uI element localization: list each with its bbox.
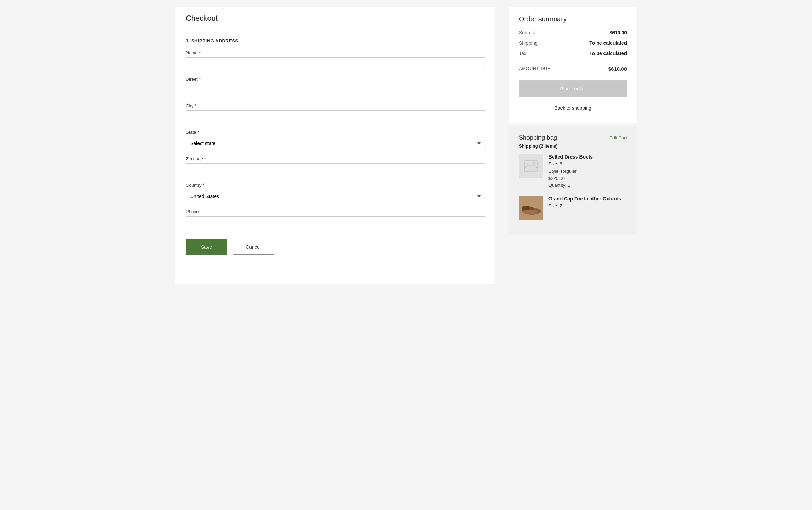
svg-point-1 — [533, 162, 535, 164]
bag-item-price-1: $220.00 — [548, 176, 565, 181]
tax-value: To be calculated — [589, 51, 627, 56]
shopping-bag-title: Shopping bag — [519, 134, 557, 141]
name-form-group: Name * — [186, 50, 485, 70]
shipping-items-label: Shipping (2 items) — [519, 143, 627, 149]
bag-item-2: Grand Cap Toe Leather Oxfords Size: 7 — [519, 196, 627, 220]
sidebar: Order summary Subtotal $610.00 Shipping … — [509, 7, 637, 235]
city-form-group: City * — [186, 103, 485, 123]
shoe-placeholder-icon — [519, 196, 543, 220]
bag-item-size-2: Size: 7 — [548, 203, 562, 208]
tax-row: Tax To be calculated — [519, 51, 627, 56]
street-form-group: Street * — [186, 77, 485, 97]
street-label: Street * — [186, 77, 485, 82]
country-form-group: Country * United States Canada United Ki… — [186, 183, 485, 203]
country-label: Country * — [186, 183, 485, 188]
bag-item-name-2: Grand Cap Toe Leather Oxfords — [548, 196, 627, 202]
tax-label: Tax — [519, 51, 526, 56]
shopping-bag-header: Shopping bag Edit Cart — [519, 134, 627, 141]
shipping-section-title: 1. SHIPPING ADDRESS — [186, 38, 485, 43]
order-summary-title: Order summary — [519, 15, 627, 23]
form-actions: Save Cancel — [186, 239, 485, 255]
state-select[interactable]: Select stateAlabamaAlaskaArizonaArkansas… — [186, 137, 485, 150]
amount-due-row: AMOUNT DUE $610.00 — [519, 66, 627, 72]
bag-item-details-1: Belted Dress Boots Size: 6 Style: Regula… — [548, 154, 627, 189]
city-input[interactable] — [186, 110, 485, 123]
subtotal-label: Subtotal — [519, 30, 536, 35]
order-summary-box: Order summary Subtotal $610.00 Shipping … — [509, 7, 637, 123]
bag-item-info-2: Size: 7 — [548, 203, 627, 210]
bag-item-info-1: Size: 6 Style: Regular $220.00 Quantity:… — [548, 161, 627, 189]
name-input[interactable] — [186, 57, 485, 70]
amount-due-label: AMOUNT DUE — [519, 66, 551, 72]
zip-input[interactable] — [186, 163, 485, 176]
state-form-group: State * Select stateAlabamaAlaskaArizona… — [186, 130, 485, 150]
bag-item-size-1: Size: 6 — [548, 161, 562, 166]
zip-label: Zip code * — [186, 156, 485, 161]
cancel-button[interactable]: Cancel — [233, 239, 274, 255]
bag-item: Belted Dress Boots Size: 6 Style: Regula… — [519, 154, 627, 189]
subtotal-row: Subtotal $610.00 — [519, 30, 627, 35]
amount-due-value: $610.00 — [608, 66, 627, 72]
svg-rect-0 — [524, 161, 537, 172]
bottom-divider — [186, 265, 485, 265]
state-label: State * — [186, 130, 485, 135]
shipping-value: To be calculated — [589, 40, 627, 46]
page-title: Checkout — [186, 14, 485, 23]
back-to-shopping-link[interactable]: Back to shopping — [519, 102, 627, 113]
place-order-button[interactable]: Place order — [519, 80, 627, 97]
city-label: City * — [186, 103, 485, 108]
bag-item-quantity-1: Quantity: 1 — [548, 183, 570, 188]
bag-item-style-1: Style: Regular — [548, 169, 577, 174]
image-placeholder-icon — [524, 160, 538, 172]
phone-input[interactable] — [186, 216, 485, 229]
subtotal-value: $610.00 — [609, 30, 627, 35]
zip-form-group: Zip code * — [186, 156, 485, 176]
bag-item-details-2: Grand Cap Toe Leather Oxfords Size: 7 — [548, 196, 627, 220]
edit-cart-link[interactable]: Edit Cart — [609, 135, 627, 140]
country-select[interactable]: United States Canada United Kingdom Aust… — [186, 190, 485, 203]
shipping-label: Shipping — [519, 40, 538, 46]
phone-label: Phone — [186, 209, 485, 214]
bag-item-image-1 — [519, 154, 543, 178]
name-label: Name * — [186, 50, 485, 55]
title-divider — [186, 30, 485, 30]
bag-item-image-2 — [519, 196, 543, 220]
bag-item-name-1: Belted Dress Boots — [548, 154, 627, 160]
street-input[interactable] — [186, 84, 485, 97]
summary-divider — [519, 61, 627, 61]
shipping-row: Shipping To be calculated — [519, 40, 627, 46]
svg-point-6 — [522, 210, 537, 214]
phone-form-group: Phone — [186, 209, 485, 229]
save-button[interactable]: Save — [186, 239, 227, 255]
shopping-bag-box: Shopping bag Edit Cart Shipping (2 items… — [509, 126, 637, 235]
